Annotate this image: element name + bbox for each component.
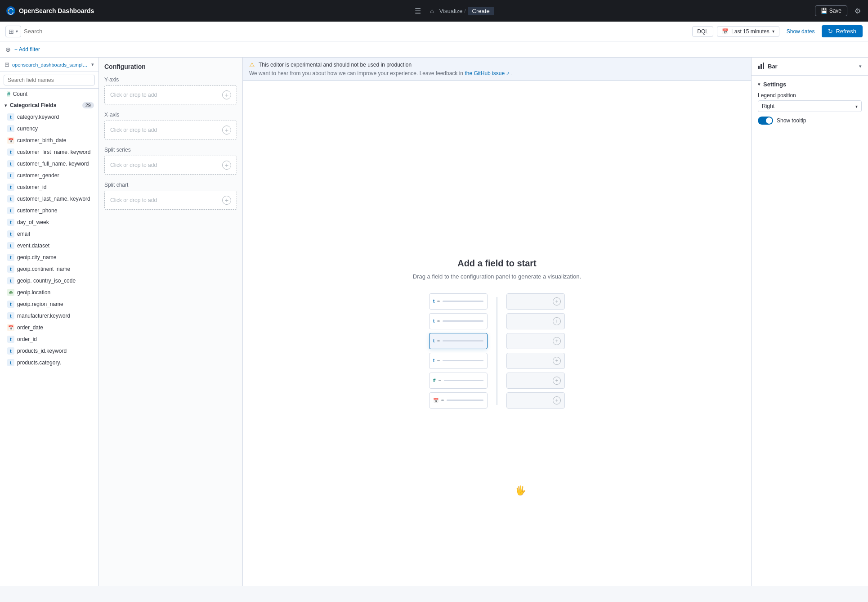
field-item[interactable]: t customer_first_name. keyword — [0, 146, 98, 158]
split-series-drop-zone[interactable]: Click or drop to add + — [104, 156, 237, 175]
field-item[interactable]: t manufacturer.keyword — [0, 310, 98, 322]
y-axis-drop-zone[interactable]: Click or drop to add + — [104, 85, 237, 104]
field-item[interactable]: t geoip.continent_name — [0, 263, 98, 275]
field-item[interactable]: t currency — [0, 123, 98, 135]
search-type-button[interactable]: ⊞ ▾ — [5, 26, 21, 37]
field-item[interactable]: t event.dataset — [0, 240, 98, 252]
data-source-name: opensearch_dashboards_sample_data_ec... — [12, 62, 89, 67]
field-type-icon: t — [7, 265, 14, 273]
field-name: geoip.city_name — [17, 254, 56, 261]
x-axis-add-button[interactable]: + — [222, 126, 231, 135]
card-type-icon: t — [433, 338, 434, 343]
field-item[interactable]: t email — [0, 228, 98, 240]
field-item[interactable]: t category.keyword — [0, 111, 98, 123]
toggle-knob — [766, 117, 772, 124]
split-chart-add-button[interactable]: + — [222, 196, 231, 205]
search-input[interactable] — [24, 28, 689, 35]
dql-button[interactable]: DQL — [692, 26, 713, 37]
show-dates-button[interactable]: Show dates — [783, 27, 819, 36]
count-label: Count — [13, 91, 27, 97]
card-line — [443, 340, 483, 341]
drop-plus-icon: + — [553, 357, 561, 365]
field-name: geoip.region_name — [17, 301, 63, 307]
info-banner: ⚠ This editor is experimental and should… — [243, 58, 751, 81]
categorical-section-title: Categorical Fields — [10, 102, 80, 108]
breadcrumb-visualize[interactable]: Visualize — [439, 8, 463, 14]
card-line — [444, 380, 483, 381]
field-item[interactable]: t day_of_week — [0, 216, 98, 228]
field-item[interactable]: t customer_last_name. keyword — [0, 193, 98, 205]
right-panel-chevron-icon[interactable]: ▾ — [859, 63, 862, 69]
github-link[interactable]: the GitHub issue ↗ — [465, 70, 511, 76]
placeholder-title: Add a field to start — [457, 258, 537, 269]
gear-icon[interactable]: ⚙ — [853, 5, 863, 17]
field-item[interactable]: t customer_phone — [0, 205, 98, 216]
field-type-icon: t — [7, 184, 14, 191]
field-item[interactable]: t geoip.city_name — [0, 252, 98, 263]
drop-target-card: + — [506, 392, 565, 409]
calendar-icon: 📅 — [722, 28, 729, 35]
y-axis-drop-text: Click or drop to add — [110, 92, 157, 98]
y-axis-add-button[interactable]: + — [222, 90, 231, 99]
right-panel-body: ▾ Settings Legend position Right ▾ — [752, 76, 868, 137]
section-collapse-icon: ▾ — [4, 103, 7, 108]
save-button[interactable]: 💾 Save — [815, 5, 847, 16]
field-type-icon: t — [7, 301, 14, 308]
refresh-button[interactable]: ↻ Refresh — [822, 25, 863, 37]
field-item[interactable]: 📅 order_date — [0, 322, 98, 333]
legend-position-select[interactable]: Right ▾ — [758, 100, 862, 112]
settings-section-header[interactable]: ▾ Settings — [758, 81, 862, 88]
field-item[interactable]: t products_id.keyword — [0, 345, 98, 357]
data-source-bar[interactable]: ⊟ opensearch_dashboards_sample_data_ec..… — [0, 58, 98, 72]
field-name: category.keyword — [17, 114, 59, 120]
save-icon: 💾 — [821, 8, 828, 14]
field-type-icon: t — [7, 336, 14, 343]
field-name: currency — [17, 126, 38, 132]
drop-plus-icon: + — [553, 317, 561, 325]
field-type-icon: t — [7, 207, 14, 214]
y-axis-label: Y-axis — [104, 76, 237, 83]
add-filter-button[interactable]: + Add filter — [14, 46, 40, 53]
time-range-button[interactable]: 📅 Last 15 minutes ▾ — [717, 26, 779, 37]
field-item[interactable]: t customer_id — [0, 181, 98, 193]
y-axis-section: Y-axis Click or drop to add + — [104, 76, 237, 104]
field-search-input[interactable] — [4, 75, 95, 85]
drag-card-highlighted: t — [429, 333, 488, 349]
chart-type-title: Bar — [758, 62, 778, 71]
logo: OpenSearch Dashboards — [5, 5, 94, 16]
split-series-add-button[interactable]: + — [222, 161, 231, 170]
field-item[interactable]: t order_id — [0, 333, 98, 345]
field-item[interactable]: t geoip.region_name — [0, 298, 98, 310]
bar-chart-icon — [758, 62, 765, 71]
field-name: customer_id — [17, 184, 46, 190]
breadcrumb-create[interactable]: Create — [468, 7, 494, 15]
hamburger-icon[interactable]: ☰ — [415, 7, 421, 15]
field-item-count[interactable]: # Count — [0, 89, 98, 99]
field-name: customer_birth_date — [17, 137, 66, 144]
right-drop-col: + + + + + + — [506, 293, 565, 409]
field-item[interactable]: t customer_full_name. keyword — [0, 158, 98, 170]
field-list: # Count ▾ Categorical Fields 29 t catego… — [0, 89, 98, 586]
card-line — [443, 360, 483, 361]
show-tooltip-field: Show tooltip — [758, 117, 862, 125]
field-item[interactable]: t customer_gender — [0, 170, 98, 181]
field-item[interactable]: t products.category. — [0, 357, 98, 368]
card-dash — [438, 380, 441, 381]
field-name: customer_first_name. keyword — [17, 149, 90, 155]
svg-point-0 — [6, 6, 15, 15]
field-item[interactable]: 📅 customer_birth_date — [0, 135, 98, 146]
field-item[interactable]: t geoip. country_iso_code — [0, 275, 98, 287]
settings-section: ▾ Settings Legend position Right ▾ — [758, 81, 862, 125]
x-axis-drop-zone[interactable]: Click or drop to add + — [104, 121, 237, 139]
split-chart-drop-zone[interactable]: Click or drop to add + — [104, 191, 237, 210]
breadcrumb-sep: / — [465, 8, 466, 13]
show-tooltip-label: Show tooltip — [777, 117, 806, 124]
categorical-section-header[interactable]: ▾ Categorical Fields 29 — [0, 99, 98, 111]
field-item[interactable]: ⊕ geoip.location — [0, 287, 98, 298]
top-nav: OpenSearch Dashboards ☰ ⌂ Visualize / Cr… — [0, 0, 868, 22]
card-line — [447, 400, 483, 401]
field-name: order_id — [17, 336, 37, 342]
field-type-icon: t — [7, 312, 14, 319]
show-tooltip-toggle[interactable] — [758, 117, 773, 125]
home-icon[interactable]: ⌂ — [430, 7, 434, 14]
